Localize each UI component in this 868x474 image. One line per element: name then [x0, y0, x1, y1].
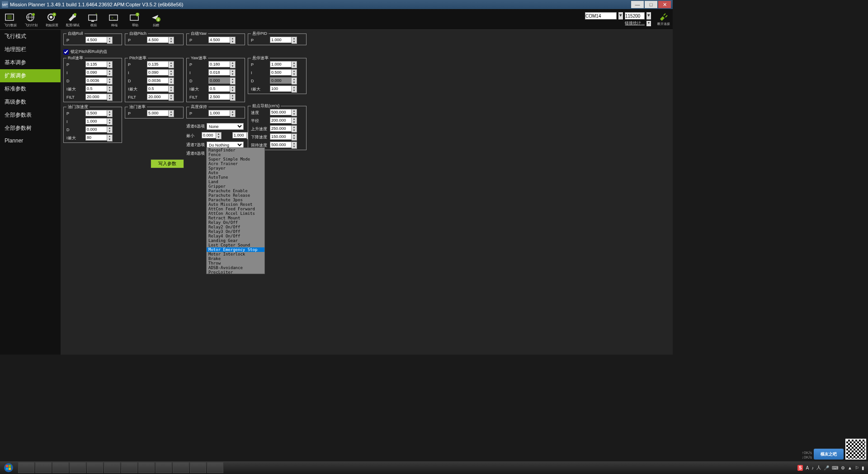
- sidebar-item-extended-tuning[interactable]: 扩展调参: [0, 69, 61, 82]
- stab-roll-p-input[interactable]: [85, 37, 107, 43]
- initial-setup-button[interactable]: + 初始设置: [42, 9, 62, 29]
- dropdown-option[interactable]: AutoTune: [207, 175, 264, 180]
- dropdown-option[interactable]: Super Simple Mode: [207, 157, 264, 161]
- app-icon: MP: [2, 1, 8, 8]
- dropdown-option[interactable]: Brake: [207, 256, 264, 261]
- dropdown-option[interactable]: RangeFinder: [207, 148, 264, 152]
- wpnav-speed-input[interactable]: [270, 109, 292, 115]
- minimize-button[interactable]: —: [631, 1, 644, 8]
- thr-accel-d-input[interactable]: [85, 126, 107, 133]
- write-params-button[interactable]: 写入参数: [151, 159, 184, 168]
- dropdown-option[interactable]: Parachute 3pos: [207, 198, 264, 202]
- loiter-rate-d-input: [270, 77, 292, 84]
- ch6-max-input[interactable]: [232, 132, 247, 138]
- wpnav-radius-input[interactable]: [270, 117, 292, 123]
- flight-data-button[interactable]: 飞行数据: [0, 9, 21, 29]
- simulation-button[interactable]: 模拟: [83, 9, 104, 29]
- rate-pitch-imax-input[interactable]: [147, 85, 169, 92]
- alt-hold-p-input[interactable]: [208, 110, 230, 116]
- stab-pitch-p-input[interactable]: [147, 37, 169, 43]
- dropdown-option[interactable]: Parachute Release: [207, 193, 264, 198]
- dropdown-option[interactable]: Motor Interlock: [207, 252, 264, 256]
- wpnav-loiter-speed-input[interactable]: [270, 142, 292, 148]
- maximize-button[interactable]: □: [645, 1, 657, 8]
- loiter-rate-imax-input[interactable]: [270, 85, 292, 92]
- dropdown-option[interactable]: Landing Gear: [207, 238, 264, 243]
- dropdown-option[interactable]: Acro Trainer: [207, 161, 264, 166]
- dropdown-option[interactable]: Fence: [207, 152, 264, 157]
- dropdown-option[interactable]: Parachute Enable: [207, 189, 264, 193]
- loiter-pid-p-input[interactable]: [270, 37, 292, 43]
- rate-roll-i-input[interactable]: [85, 69, 107, 76]
- rate-yaw-i-input[interactable]: [208, 69, 230, 76]
- dropdown-option[interactable]: AttCon Feed Forward: [207, 207, 264, 211]
- baud-dropdown-arrow[interactable]: ▾: [646, 12, 651, 19]
- dropdown-option[interactable]: PrecLoiter: [207, 270, 264, 274]
- dropdown-option[interactable]: Throw: [207, 261, 264, 265]
- sidebar-item-flight-modes[interactable]: 飞行模式: [0, 30, 61, 43]
- loiter-rate-i-input[interactable]: [270, 69, 292, 76]
- dropdown-option[interactable]: Sprayer: [207, 166, 264, 171]
- dropdown-option[interactable]: Relay2 On/Off: [207, 225, 264, 229]
- dropdown-option[interactable]: Relay4 On/Off: [207, 234, 264, 238]
- disconnect-button[interactable]: 断开连接: [655, 9, 673, 29]
- sidebar-item-planner[interactable]: Planner: [0, 135, 61, 147]
- thr-accel-i-input[interactable]: [85, 118, 107, 124]
- rate-yaw-filt-input[interactable]: [208, 94, 230, 100]
- dropdown-option[interactable]: Retract Mount: [207, 216, 264, 220]
- config-tuning-button[interactable]: 配置/调试: [62, 9, 83, 29]
- baud-select[interactable]: [625, 12, 645, 19]
- dropdown-option[interactable]: ADSB-Avoidance: [207, 265, 264, 270]
- stats-dropdown-arrow[interactable]: ▾: [646, 21, 651, 26]
- rate-roll-p-input[interactable]: [85, 61, 107, 67]
- flight-plan-button[interactable]: 飞行计划: [21, 9, 42, 29]
- thr-accel-imax-input[interactable]: [85, 134, 107, 141]
- stab-yaw-p-input[interactable]: [208, 37, 230, 43]
- com-port-select[interactable]: [585, 12, 617, 19]
- donate-button[interactable]: $ 捐赠: [146, 9, 166, 29]
- dropdown-option[interactable]: Motor Emergency Stop: [207, 247, 264, 252]
- rate-yaw-imax-input[interactable]: [208, 85, 230, 92]
- dropdown-option[interactable]: Gripper: [207, 184, 264, 189]
- com-port-dropdown-arrow[interactable]: ▾: [618, 12, 623, 19]
- sidebar-item-full-param-list[interactable]: 全部参数表: [0, 109, 61, 122]
- rate-roll-imax-input[interactable]: [85, 85, 107, 92]
- lock-pitch-roll-checkbox[interactable]: [63, 49, 69, 55]
- svg-text:?: ?: [137, 13, 138, 16]
- wpnav-speed-up-input[interactable]: [270, 125, 292, 132]
- rate-pitch-filt-input[interactable]: [147, 94, 169, 100]
- dropdown-option[interactable]: Auto Mission Reset: [207, 202, 264, 207]
- dropdown-option[interactable]: Relay On/Off: [207, 220, 264, 225]
- loiter-rate-p-input[interactable]: [270, 61, 292, 67]
- terminal-button[interactable]: >_ 终端: [104, 9, 125, 29]
- sidebar-item-full-param-tree[interactable]: 全部参数树: [0, 122, 61, 135]
- rate-pitch-p-input[interactable]: [147, 61, 169, 67]
- spinner-down[interactable]: ▼: [107, 40, 112, 43]
- dropdown-option[interactable]: AttCon Accel Limits: [207, 211, 264, 216]
- sidebar-item-geofence[interactable]: 地理围栏: [0, 43, 61, 56]
- link-stats-link[interactable]: 链接统计...: [625, 20, 645, 26]
- ch6-select[interactable]: None: [207, 123, 244, 130]
- spinner-up[interactable]: ▲: [107, 37, 112, 40]
- help-button[interactable]: ? 帮助: [125, 9, 146, 29]
- ch7-dropdown-list[interactable]: RangeFinderFenceSuper Simple ModeAcro Tr…: [206, 147, 265, 274]
- rate-roll-d-input[interactable]: [85, 77, 107, 84]
- thr-accel-p-input[interactable]: [85, 110, 107, 116]
- thr-rate-p-input[interactable]: [147, 110, 169, 116]
- dropdown-option[interactable]: Land: [207, 180, 264, 184]
- plane-dollar-icon: $: [150, 11, 162, 23]
- dropdown-option[interactable]: Auto: [207, 171, 264, 175]
- rate-yaw-p-input[interactable]: [208, 61, 230, 67]
- sidebar-item-standard-params[interactable]: 标准参数: [0, 82, 61, 95]
- dropdown-option[interactable]: Relay3 On/Off: [207, 229, 264, 234]
- rate-roll-filt-input[interactable]: [85, 94, 107, 100]
- sidebar-item-basic-tuning[interactable]: 基本调参: [0, 56, 61, 69]
- rate-pitch-i-input[interactable]: [147, 69, 169, 76]
- dropdown-option[interactable]: Lost Copter Sound: [207, 243, 264, 247]
- close-button[interactable]: ✕: [658, 1, 671, 8]
- window-title: Mission Planner 1.3.49.1 build 1.1.6464.…: [10, 2, 630, 7]
- rate-pitch-d-input[interactable]: [147, 77, 169, 84]
- wpnav-speed-dn-input[interactable]: [270, 133, 292, 140]
- ch6-min-input[interactable]: [202, 132, 216, 138]
- sidebar-item-advanced-params[interactable]: 高级参数: [0, 95, 61, 109]
